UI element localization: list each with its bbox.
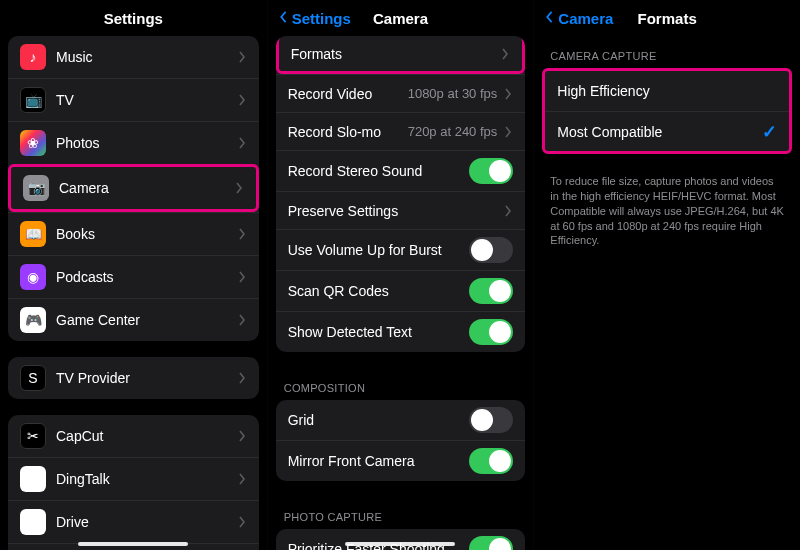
camera-row-mirror-front-camera[interactable]: Mirror Front Camera xyxy=(276,440,526,481)
settings-row-drive[interactable]: ▲Drive xyxy=(8,500,259,543)
chevron-right-icon xyxy=(237,94,247,106)
camera-row-record-stereo-sound[interactable]: Record Stereo Sound xyxy=(276,150,526,191)
back-button[interactable]: Camera xyxy=(542,0,613,36)
panel-header: Camera Formats xyxy=(534,0,800,36)
camera-row-show-detected-text[interactable]: Show Detected Text xyxy=(276,311,526,352)
section-header: Composition xyxy=(268,368,534,400)
formats-group: High EfficiencyMost Compatible✓ xyxy=(542,68,792,154)
chevron-right-icon xyxy=(237,314,247,326)
checkmark-icon: ✓ xyxy=(762,121,777,143)
footer-text: To reduce file size, capture photos and … xyxy=(534,170,800,260)
settings-row-podcasts[interactable]: ◉Podcasts xyxy=(8,255,259,298)
settings-group: ♪Music📺TV❀Photos📷Camera📖Books◉Podcasts🎮G… xyxy=(8,36,259,341)
row-label: Mirror Front Camera xyxy=(288,453,470,469)
toggle[interactable] xyxy=(469,448,513,474)
camera-row-use-volume-up-for-burst[interactable]: Use Volume Up for Burst xyxy=(276,229,526,270)
section-header: Camera Capture xyxy=(534,36,800,68)
settings-row-capcut[interactable]: ✂CapCut xyxy=(8,415,259,457)
row-label: Books xyxy=(56,226,237,242)
row-label: Record Video xyxy=(288,86,408,102)
music-icon: ♪ xyxy=(20,44,46,70)
home-indicator[interactable] xyxy=(345,542,455,546)
row-label: Most Compatible xyxy=(557,124,762,140)
format-option-most-compatible[interactable]: Most Compatible✓ xyxy=(545,111,789,151)
row-label: Use Volume Up for Burst xyxy=(288,242,470,258)
settings-row-camera[interactable]: 📷Camera xyxy=(8,164,259,212)
row-label: DingTalk xyxy=(56,471,237,487)
page-title: Camera xyxy=(373,10,428,27)
row-label: Camera xyxy=(59,180,234,196)
back-label: Settings xyxy=(292,10,351,27)
settings-row-music[interactable]: ♪Music xyxy=(8,36,259,78)
row-label: Record Slo-mo xyxy=(288,124,408,140)
chevron-right-icon xyxy=(503,88,513,100)
row-label: TV xyxy=(56,92,237,108)
toggle[interactable] xyxy=(469,319,513,345)
row-label: Preserve Settings xyxy=(288,203,504,219)
camera-row-prioritize-faster-shooting[interactable]: Prioritize Faster Shooting xyxy=(276,529,526,550)
drive-icon: ▲ xyxy=(20,509,46,535)
gamecenter-icon: 🎮 xyxy=(20,307,46,333)
section-header: Photo Capture xyxy=(268,497,534,529)
chevron-right-icon xyxy=(503,205,513,217)
page-title: Settings xyxy=(104,10,163,27)
row-detail: 720p at 240 fps xyxy=(408,124,498,139)
row-detail: 1080p at 30 fps xyxy=(408,86,498,101)
format-option-high-efficiency[interactable]: High Efficiency xyxy=(545,71,789,111)
chevron-right-icon xyxy=(500,48,510,60)
formats-panel: Camera Formats Camera Capture High Effic… xyxy=(533,0,800,550)
chevron-right-icon xyxy=(237,271,247,283)
settings-panel: Settings ♪Music📺TV❀Photos📷Camera📖Books◉P… xyxy=(0,0,267,550)
panel-header: Settings xyxy=(0,0,267,36)
chevron-right-icon xyxy=(234,182,244,194)
row-label: Record Stereo Sound xyxy=(288,163,470,179)
page-title: Formats xyxy=(638,10,697,27)
chevron-right-icon xyxy=(237,516,247,528)
camera-row-record-video[interactable]: Record Video1080p at 30 fps xyxy=(276,74,526,112)
chevron-right-icon xyxy=(237,51,247,63)
settings-row-dingtalk[interactable]: ✈DingTalk xyxy=(8,457,259,500)
row-label: CapCut xyxy=(56,428,237,444)
podcasts-icon: ◉ xyxy=(20,264,46,290)
tvprovider-icon: S xyxy=(20,365,46,391)
settings-row-tv-provider[interactable]: STV Provider xyxy=(8,357,259,399)
chevron-right-icon xyxy=(237,372,247,384)
tv-icon: 📺 xyxy=(20,87,46,113)
settings-row-tv[interactable]: 📺TV xyxy=(8,78,259,121)
books-icon: 📖 xyxy=(20,221,46,247)
row-label: Podcasts xyxy=(56,269,237,285)
settings-group: STV Provider xyxy=(8,357,259,399)
row-label: Photos xyxy=(56,135,237,151)
settings-row-game-center[interactable]: 🎮Game Center xyxy=(8,298,259,341)
toggle[interactable] xyxy=(469,278,513,304)
chevron-left-icon xyxy=(542,10,556,27)
row-label: Formats xyxy=(291,46,501,62)
toggle[interactable] xyxy=(469,407,513,433)
row-label: Grid xyxy=(288,412,470,428)
camera-row-scan-qr-codes[interactable]: Scan QR Codes xyxy=(276,270,526,311)
chevron-right-icon xyxy=(237,137,247,149)
toggle[interactable] xyxy=(469,237,513,263)
back-button[interactable]: Settings xyxy=(276,0,351,36)
camera-row-grid[interactable]: Grid xyxy=(276,400,526,440)
row-label: Drive xyxy=(56,514,237,530)
back-label: Camera xyxy=(558,10,613,27)
toggle[interactable] xyxy=(469,536,513,550)
chevron-right-icon xyxy=(237,473,247,485)
photos-icon: ❀ xyxy=(20,130,46,156)
camera-group: FormatsRecord Video1080p at 30 fpsRecord… xyxy=(276,36,526,352)
chevron-left-icon xyxy=(276,10,290,27)
dingtalk-icon: ✈ xyxy=(20,466,46,492)
camera-group: Prioritize Faster Shooting xyxy=(276,529,526,550)
chevron-right-icon xyxy=(237,228,247,240)
settings-row-books[interactable]: 📖Books xyxy=(8,212,259,255)
home-indicator[interactable] xyxy=(78,542,188,546)
camera-row-record-slo-mo[interactable]: Record Slo-mo720p at 240 fps xyxy=(276,112,526,150)
camera-row-formats[interactable]: Formats xyxy=(276,36,526,74)
camera-row-preserve-settings[interactable]: Preserve Settings xyxy=(276,191,526,229)
row-label: Show Detected Text xyxy=(288,324,470,340)
row-label: Music xyxy=(56,49,237,65)
settings-row-photos[interactable]: ❀Photos xyxy=(8,121,259,164)
row-label: Game Center xyxy=(56,312,237,328)
toggle[interactable] xyxy=(469,158,513,184)
